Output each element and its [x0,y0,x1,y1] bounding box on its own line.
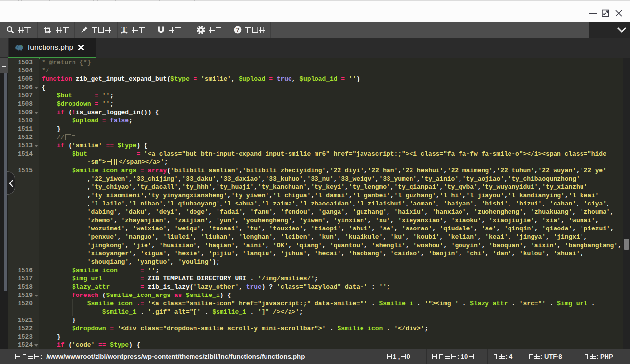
svg-text:?: ? [236,27,239,33]
svg-text:T: T [122,26,127,33]
